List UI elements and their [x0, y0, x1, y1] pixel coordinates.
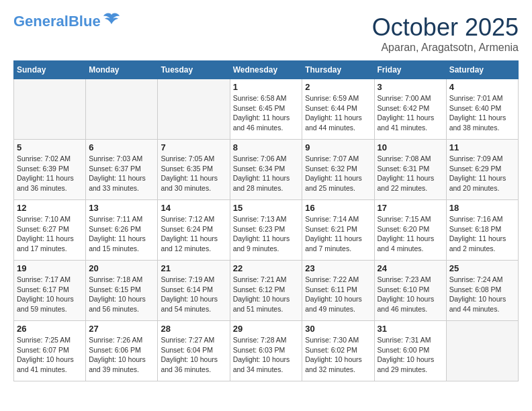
title-block: October 2025 Aparan, Aragatsotn, Armenia	[372, 13, 519, 54]
calendar-week-5: 26Sunrise: 7:25 AMSunset: 6:07 PMDayligh…	[14, 321, 519, 381]
calendar-cell	[14, 79, 86, 140]
day-info: Sunrise: 7:15 AMSunset: 6:20 PMDaylight:…	[378, 214, 443, 254]
calendar-cell: 26Sunrise: 7:25 AMSunset: 6:07 PMDayligh…	[14, 321, 86, 381]
calendar-cell: 14Sunrise: 7:12 AMSunset: 6:24 PMDayligh…	[158, 200, 230, 261]
day-number: 28	[161, 324, 226, 334]
calendar-cell	[86, 79, 158, 140]
weekday-header-monday: Monday	[86, 61, 158, 79]
day-info: Sunrise: 7:22 AMSunset: 6:11 PMDaylight:…	[305, 275, 371, 314]
day-number: 6	[89, 142, 154, 152]
page-header: GeneralBlue October 2025 Aparan, Aragats…	[13, 13, 519, 54]
calendar-cell: 25Sunrise: 7:24 AMSunset: 6:08 PMDayligh…	[446, 261, 518, 321]
calendar-cell: 13Sunrise: 7:11 AMSunset: 6:26 PMDayligh…	[86, 200, 158, 261]
day-info: Sunrise: 7:06 AMSunset: 6:34 PMDaylight:…	[233, 154, 300, 193]
calendar-cell: 27Sunrise: 7:26 AMSunset: 6:06 PMDayligh…	[86, 321, 158, 381]
logo-blue: Blue	[69, 13, 101, 30]
day-info: Sunrise: 7:18 AMSunset: 6:15 PMDaylight:…	[89, 275, 154, 314]
calendar-week-4: 19Sunrise: 7:17 AMSunset: 6:17 PMDayligh…	[14, 261, 519, 321]
day-info: Sunrise: 7:13 AMSunset: 6:23 PMDaylight:…	[233, 214, 300, 254]
day-number: 7	[161, 142, 226, 152]
day-info: Sunrise: 7:28 AMSunset: 6:03 PMDaylight:…	[233, 335, 300, 375]
day-info: Sunrise: 7:31 AMSunset: 6:00 PMDaylight:…	[378, 335, 443, 375]
day-number: 29	[233, 324, 300, 334]
day-number: 27	[89, 324, 154, 334]
weekday-header-sunday: Sunday	[14, 61, 86, 79]
day-number: 16	[305, 203, 371, 213]
day-number: 17	[378, 203, 443, 213]
calendar-cell: 18Sunrise: 7:16 AMSunset: 6:18 PMDayligh…	[446, 200, 518, 261]
day-info: Sunrise: 7:03 AMSunset: 6:37 PMDaylight:…	[89, 154, 154, 193]
location-text: Aparan, Aragatsotn, Armenia	[372, 42, 519, 54]
day-info: Sunrise: 7:21 AMSunset: 6:12 PMDaylight:…	[233, 275, 300, 314]
weekday-header-saturday: Saturday	[446, 61, 518, 79]
calendar-cell: 1Sunrise: 6:58 AMSunset: 6:45 PMDaylight…	[230, 79, 302, 140]
day-info: Sunrise: 7:00 AMSunset: 6:42 PMDaylight:…	[378, 93, 443, 133]
calendar-week-2: 5Sunrise: 7:02 AMSunset: 6:39 PMDaylight…	[14, 140, 519, 200]
day-info: Sunrise: 7:01 AMSunset: 6:40 PMDaylight:…	[449, 93, 515, 133]
day-number: 10	[378, 142, 443, 152]
day-info: Sunrise: 7:23 AMSunset: 6:10 PMDaylight:…	[378, 275, 443, 314]
day-info: Sunrise: 7:11 AMSunset: 6:26 PMDaylight:…	[89, 214, 154, 254]
day-info: Sunrise: 7:24 AMSunset: 6:08 PMDaylight:…	[449, 275, 515, 314]
calendar-cell: 23Sunrise: 7:22 AMSunset: 6:11 PMDayligh…	[302, 261, 374, 321]
calendar-cell: 19Sunrise: 7:17 AMSunset: 6:17 PMDayligh…	[14, 261, 86, 321]
calendar-cell: 15Sunrise: 7:13 AMSunset: 6:23 PMDayligh…	[230, 200, 302, 261]
day-info: Sunrise: 7:26 AMSunset: 6:06 PMDaylight:…	[89, 335, 154, 375]
day-number: 15	[233, 203, 300, 213]
calendar-cell: 17Sunrise: 7:15 AMSunset: 6:20 PMDayligh…	[374, 200, 446, 261]
day-number: 11	[449, 142, 515, 152]
day-number: 22	[233, 263, 300, 273]
logo-bird-icon	[102, 11, 121, 30]
calendar-week-1: 1Sunrise: 6:58 AMSunset: 6:45 PMDaylight…	[14, 79, 519, 140]
weekday-header-thursday: Thursday	[302, 61, 374, 79]
day-number: 30	[305, 324, 371, 334]
day-info: Sunrise: 7:09 AMSunset: 6:29 PMDaylight:…	[449, 154, 515, 193]
day-info: Sunrise: 7:25 AMSunset: 6:07 PMDaylight:…	[17, 335, 83, 375]
calendar-cell	[158, 79, 230, 140]
day-number: 19	[17, 263, 83, 273]
day-info: Sunrise: 7:08 AMSunset: 6:31 PMDaylight:…	[378, 154, 443, 193]
day-number: 25	[449, 263, 515, 273]
day-number: 3	[378, 82, 443, 92]
day-number: 4	[449, 82, 515, 92]
day-info: Sunrise: 7:30 AMSunset: 6:02 PMDaylight:…	[305, 335, 371, 375]
day-number: 14	[161, 203, 226, 213]
calendar-cell: 3Sunrise: 7:00 AMSunset: 6:42 PMDaylight…	[374, 79, 446, 140]
calendar-cell	[446, 321, 518, 381]
calendar-cell: 4Sunrise: 7:01 AMSunset: 6:40 PMDaylight…	[446, 79, 518, 140]
day-info: Sunrise: 6:59 AMSunset: 6:44 PMDaylight:…	[305, 93, 371, 133]
weekday-header-tuesday: Tuesday	[158, 61, 230, 79]
calendar-cell: 11Sunrise: 7:09 AMSunset: 6:29 PMDayligh…	[446, 140, 518, 200]
calendar-cell: 12Sunrise: 7:10 AMSunset: 6:27 PMDayligh…	[14, 200, 86, 261]
calendar-cell: 10Sunrise: 7:08 AMSunset: 6:31 PMDayligh…	[374, 140, 446, 200]
day-info: Sunrise: 6:58 AMSunset: 6:45 PMDaylight:…	[233, 93, 300, 133]
calendar-table: SundayMondayTuesdayWednesdayThursdayFrid…	[13, 60, 519, 381]
day-info: Sunrise: 7:19 AMSunset: 6:14 PMDaylight:…	[161, 275, 226, 314]
day-number: 13	[89, 203, 154, 213]
day-info: Sunrise: 7:10 AMSunset: 6:27 PMDaylight:…	[17, 214, 83, 254]
calendar-cell: 5Sunrise: 7:02 AMSunset: 6:39 PMDaylight…	[14, 140, 86, 200]
calendar-cell: 30Sunrise: 7:30 AMSunset: 6:02 PMDayligh…	[302, 321, 374, 381]
month-title: October 2025	[372, 13, 519, 42]
calendar-cell: 22Sunrise: 7:21 AMSunset: 6:12 PMDayligh…	[230, 261, 302, 321]
calendar-cell: 29Sunrise: 7:28 AMSunset: 6:03 PMDayligh…	[230, 321, 302, 381]
logo-text: GeneralBlue	[13, 14, 101, 29]
calendar-cell: 2Sunrise: 6:59 AMSunset: 6:44 PMDaylight…	[302, 79, 374, 140]
day-info: Sunrise: 7:17 AMSunset: 6:17 PMDaylight:…	[17, 275, 83, 314]
weekday-header-row: SundayMondayTuesdayWednesdayThursdayFrid…	[14, 61, 519, 79]
calendar-cell: 16Sunrise: 7:14 AMSunset: 6:21 PMDayligh…	[302, 200, 374, 261]
day-number: 24	[378, 263, 443, 273]
day-number: 23	[305, 263, 371, 273]
day-number: 12	[17, 203, 83, 213]
day-number: 31	[378, 324, 443, 334]
day-number: 8	[233, 142, 300, 152]
day-number: 20	[89, 263, 154, 273]
day-number: 5	[17, 142, 83, 152]
calendar-cell: 7Sunrise: 7:05 AMSunset: 6:35 PMDaylight…	[158, 140, 230, 200]
day-info: Sunrise: 7:16 AMSunset: 6:18 PMDaylight:…	[449, 214, 515, 254]
calendar-cell: 6Sunrise: 7:03 AMSunset: 6:37 PMDaylight…	[86, 140, 158, 200]
day-info: Sunrise: 7:27 AMSunset: 6:04 PMDaylight:…	[161, 335, 226, 375]
day-info: Sunrise: 7:02 AMSunset: 6:39 PMDaylight:…	[17, 154, 83, 193]
weekday-header-friday: Friday	[374, 61, 446, 79]
calendar-cell: 31Sunrise: 7:31 AMSunset: 6:00 PMDayligh…	[374, 321, 446, 381]
